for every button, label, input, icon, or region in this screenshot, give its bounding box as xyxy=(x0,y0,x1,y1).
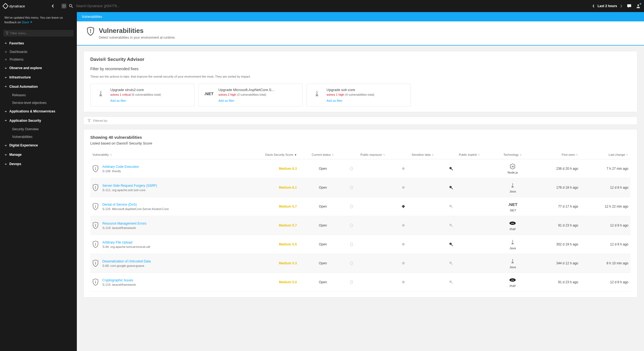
svg-point-22 xyxy=(449,205,452,207)
page-title: Vulnerabilities xyxy=(99,27,175,35)
first-seen-cell: 176 d 18 h ago xyxy=(533,178,580,197)
search-input[interactable] xyxy=(76,4,158,8)
chevron-icon xyxy=(4,67,7,69)
add-as-filter-link[interactable]: Add as filter xyxy=(218,99,298,102)
timeframe-selector[interactable]: Last 2 hours xyxy=(592,4,623,8)
vulnerability-name[interactable]: Server-Side Request Forgery (SSRF) xyxy=(102,184,157,188)
nav-item[interactable]: Vulnerabilities xyxy=(0,133,77,141)
nav-item[interactable]: ★Dashboards xyxy=(0,48,77,56)
nav-item[interactable]: ★Problems xyxy=(0,56,77,63)
vuln-shield-icon xyxy=(92,165,99,172)
timeframe-label: Last 2 hours xyxy=(598,4,617,8)
svg-point-18 xyxy=(449,186,452,188)
filter-menu-input[interactable] xyxy=(10,32,71,35)
nav-item[interactable]: Service-level objectives xyxy=(0,99,77,107)
table-row[interactable]: Server-Side Request Forgery (SSRF)S-111:… xyxy=(90,178,631,197)
table-row[interactable]: Resource Management ErrorsS-118: laravel… xyxy=(90,216,631,235)
vulnerability-name[interactable]: Arbitrary File Upload xyxy=(102,240,150,244)
svg-rect-2 xyxy=(62,6,64,8)
grid-icon[interactable] xyxy=(62,4,66,8)
svg-point-19 xyxy=(95,205,96,206)
fix-title: Upgrade Microsoft.AspNetCore.S... xyxy=(218,88,298,92)
col-first-seen[interactable]: First seen⇅ xyxy=(533,150,580,159)
nav-section-label: Applications & Microservices xyxy=(9,109,55,113)
results-heading: Showing 40 vulnerabilities xyxy=(90,135,631,140)
back-button[interactable] xyxy=(50,3,56,9)
table-row[interactable]: Denial of Service (DoS)S-125: Microsoft.… xyxy=(90,197,631,216)
technology-cell: Java xyxy=(492,254,533,273)
add-as-filter-link[interactable]: Add as filter xyxy=(110,99,190,102)
vuln-shield-icon xyxy=(92,203,99,210)
nav-section[interactable]: Application Security xyxy=(0,116,77,125)
page-subtitle: Detect vulnerabilities in your environme… xyxy=(99,36,175,39)
main-content: Vulnerabilities Vulnerabilities Detect v… xyxy=(77,12,644,351)
col-last-change[interactable]: Last change⇅ xyxy=(580,150,631,159)
vulnerability-id: S-118: laravel/framework xyxy=(102,226,147,230)
chat-icon[interactable] xyxy=(627,4,631,8)
last-change-cell: 12 d 8 h ago xyxy=(580,178,631,197)
svg-point-29 xyxy=(95,243,96,244)
col-sensitive[interactable]: Sensitive data⇅ xyxy=(399,150,447,159)
col-exposure[interactable]: Public exposure⇅ xyxy=(347,150,399,159)
sensitive-cell xyxy=(399,273,447,292)
status-cell: Open xyxy=(299,216,347,235)
vulnerability-name[interactable]: Arbitrary Code Execution xyxy=(102,165,139,169)
vulnerability-name[interactable]: Deserialization of Untrusted Data xyxy=(102,259,151,263)
vulnerability-name[interactable]: Resource Management Errors xyxy=(102,222,147,225)
nav-section[interactable]: Applications & Microservices xyxy=(0,107,77,116)
search-icon[interactable] xyxy=(69,4,73,8)
filter-menu[interactable] xyxy=(3,30,74,36)
user-icon[interactable] xyxy=(636,4,641,9)
brand-logo[interactable]: dynatrace xyxy=(3,4,25,8)
table-row[interactable]: Arbitrary File UploadS-94: org.apache.to… xyxy=(90,235,631,254)
col-exploit[interactable]: Public exploit⇅ xyxy=(447,150,492,159)
nav-section[interactable]: Cloud Automation xyxy=(0,82,77,91)
col-score[interactable]: Davis Security Score▼ xyxy=(235,150,299,159)
filter-label: Filtered by: xyxy=(93,119,108,122)
svg-rect-6 xyxy=(627,4,631,7)
table-row[interactable]: Deserialization of Untrusted DataS-68: c… xyxy=(90,254,631,273)
exploit-cell xyxy=(447,235,492,254)
svg-rect-3 xyxy=(64,6,66,8)
fix-card[interactable]: .NETUpgrade Microsoft.AspNetCore.S...sol… xyxy=(198,84,303,106)
nav-section[interactable]: Devops xyxy=(0,159,77,169)
col-status[interactable]: Current status⇅ xyxy=(299,150,347,159)
add-as-filter-link[interactable]: Add as filter xyxy=(327,99,406,102)
col-vulnerability[interactable]: Vulnerability⇅ xyxy=(90,150,235,159)
score-cell: Medium 5.7 xyxy=(235,197,299,216)
score-cell: Medium 5.5 xyxy=(235,235,299,254)
fix-card[interactable]: Upgrade struts2-coresolves 1 critical (6… xyxy=(90,84,195,106)
tech-icon: JS xyxy=(509,163,516,170)
nav-section[interactable]: Favorites xyxy=(0,39,77,48)
tech-icon: php xyxy=(509,220,516,227)
vulnerabilities-table: Vulnerability⇅ Davis Security Score▼ Cur… xyxy=(90,150,631,292)
status-cell: Open xyxy=(299,254,347,273)
advisor-card: Davis® Security Advisor Filter by recomm… xyxy=(83,51,637,112)
vuln-shield-icon xyxy=(92,260,99,267)
nav-section[interactable]: Digital Experience xyxy=(0,141,77,150)
filter-bar[interactable]: Filtered by: xyxy=(83,117,637,125)
nav-section[interactable]: Infrastructure xyxy=(0,73,77,82)
vulnerability-name[interactable]: Denial of Service (DoS) xyxy=(102,203,169,206)
table-row[interactable]: Arbitrary Code ExecutionS-106: thenifyMe… xyxy=(90,159,631,178)
slack-link[interactable]: Slack xyxy=(22,21,29,24)
sensitive-cell xyxy=(399,178,447,197)
vulnerability-id: S-68: com.google.guava:guava xyxy=(102,264,151,267)
nav-item[interactable]: Security Overview xyxy=(0,125,77,133)
nav-section[interactable]: Observe and explore xyxy=(0,63,77,73)
filter-icon xyxy=(88,119,91,122)
first-seen-cell: 91 d 23 h ago xyxy=(533,216,580,235)
breadcrumb[interactable]: Vulnerabilities xyxy=(77,12,644,21)
fix-card[interactable]: Upgrade solr-coresolves 1 high (4 vulner… xyxy=(306,84,411,106)
status-cell: Open xyxy=(299,235,347,254)
chevron-icon xyxy=(4,85,7,88)
svg-rect-0 xyxy=(62,4,64,6)
vulnerability-name[interactable]: Cryptographic Issues xyxy=(102,278,136,282)
nav-section-label: Observe and explore xyxy=(9,66,42,70)
sidebar: We've updated this menu. You can leave u… xyxy=(0,12,77,351)
table-row[interactable]: Cryptographic IssuesS-115: laravel/frame… xyxy=(90,273,631,292)
fix-count: (4 vulnerabilities total) xyxy=(345,93,374,96)
nav-section[interactable]: Manage xyxy=(0,150,77,159)
col-technology[interactable]: Technology⇅ xyxy=(492,150,533,159)
nav-item[interactable]: Releases xyxy=(0,91,77,99)
